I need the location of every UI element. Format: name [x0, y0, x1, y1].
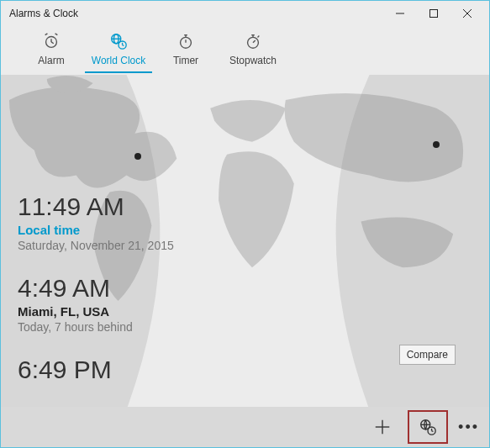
tab-world-clock[interactable]: World Clock [85, 26, 152, 73]
timer-icon [152, 29, 219, 53]
more-button[interactable]: ••• [453, 419, 484, 436]
tab-stopwatch-label: Stopwatch [219, 55, 287, 66]
app-window: Alarms & Clock Alarm World Clock [0, 0, 490, 448]
map-pin-local[interactable] [134, 153, 141, 160]
world-clock-icon [85, 29, 152, 53]
window-title: Alarms & Clock [9, 8, 383, 19]
clock-entry-city[interactable]: 4:49 AM Miami, FL, USA Today, 7 hours be… [18, 274, 472, 334]
maximize-button[interactable] [417, 1, 450, 26]
window-controls [383, 1, 484, 26]
svg-line-20 [253, 40, 256, 43]
tab-timer-label: Timer [152, 55, 219, 66]
svg-line-14 [123, 45, 124, 46]
compare-icon [419, 418, 437, 436]
close-icon [463, 9, 472, 18]
command-bar: ••• [1, 407, 489, 447]
map-pin-city[interactable] [433, 141, 440, 148]
maximize-icon [429, 9, 438, 18]
add-clock-button[interactable] [362, 410, 403, 444]
alarm-icon [18, 29, 85, 53]
svg-point-19 [248, 37, 259, 48]
titlebar: Alarms & Clock [1, 1, 489, 26]
clock-label: Local time [18, 223, 472, 237]
svg-line-31 [432, 431, 434, 432]
clock-subtext: Saturday, November 21, 2015 [18, 239, 472, 252]
minimize-button[interactable] [383, 1, 417, 26]
clock-time: 11:49 AM [18, 192, 472, 221]
compare-button[interactable] [408, 410, 448, 444]
svg-line-23 [258, 36, 260, 38]
clock-label: Miami, FL, USA [18, 304, 472, 319]
tab-bar: Alarm World Clock Timer Stopwatch [1, 26, 489, 75]
minimize-icon [396, 9, 404, 18]
clock-subtext: Today, 7 hours behind [18, 320, 472, 334]
close-button[interactable] [450, 1, 484, 26]
tab-timer[interactable]: Timer [152, 26, 219, 66]
compare-tooltip: Compare [399, 345, 456, 365]
clock-entry-local[interactable]: 11:49 AM Local time Saturday, November 2… [18, 192, 472, 252]
ellipsis-icon: ••• [458, 419, 479, 435]
tab-world-clock-label: World Clock [85, 55, 152, 66]
tab-alarm[interactable]: Alarm [18, 26, 85, 66]
svg-point-15 [181, 37, 192, 48]
svg-line-6 [51, 42, 54, 44]
clock-list: 11:49 AM Local time Saturday, November 2… [18, 192, 472, 406]
tab-alarm-label: Alarm [18, 55, 85, 66]
stopwatch-icon [219, 29, 287, 53]
svg-line-7 [45, 34, 48, 35]
svg-line-8 [55, 34, 58, 35]
tab-stopwatch[interactable]: Stopwatch [219, 26, 287, 66]
svg-rect-1 [430, 10, 438, 18]
world-map[interactable]: 11:49 AM Local time Saturday, November 2… [1, 75, 489, 407]
clock-time: 4:49 AM [18, 274, 472, 303]
plus-icon [373, 418, 392, 436]
